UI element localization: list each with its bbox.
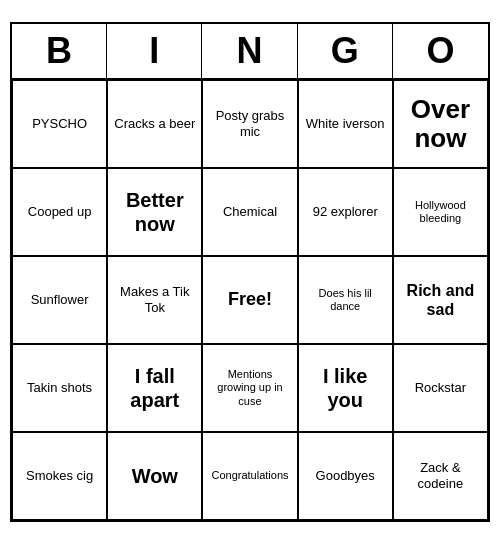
letter-b: B <box>12 24 107 78</box>
bingo-cell: Sunflower <box>12 256 107 344</box>
bingo-cell: 92 explorer <box>298 168 393 256</box>
bingo-cell: Free! <box>202 256 297 344</box>
letter-i: I <box>107 24 202 78</box>
letter-g: G <box>298 24 393 78</box>
bingo-cell: Rockstar <box>393 344 488 432</box>
bingo-card: B I N G O PYSCHOCracks a beerPosty grabs… <box>10 22 490 522</box>
bingo-cell: Chemical <box>202 168 297 256</box>
bingo-cell: I fall apart <box>107 344 202 432</box>
bingo-cell: Better now <box>107 168 202 256</box>
bingo-cell: Rich and sad <box>393 256 488 344</box>
bingo-cell: Zack & codeine <box>393 432 488 520</box>
bingo-cell: Cooped up <box>12 168 107 256</box>
letter-n: N <box>202 24 297 78</box>
bingo-cell: PYSCHO <box>12 80 107 168</box>
bingo-cell: Makes a Tik Tok <box>107 256 202 344</box>
bingo-cell: Wow <box>107 432 202 520</box>
bingo-grid: PYSCHOCracks a beerPosty grabs micWhite … <box>12 80 488 520</box>
bingo-cell: Does his lil dance <box>298 256 393 344</box>
bingo-cell: Hollywood bleeding <box>393 168 488 256</box>
bingo-header: B I N G O <box>12 24 488 80</box>
bingo-cell: Mentions growing up in cuse <box>202 344 297 432</box>
bingo-cell: Over now <box>393 80 488 168</box>
bingo-cell: Smokes cig <box>12 432 107 520</box>
letter-o: O <box>393 24 488 78</box>
bingo-cell: Cracks a beer <box>107 80 202 168</box>
bingo-cell: Posty grabs mic <box>202 80 297 168</box>
bingo-cell: White iverson <box>298 80 393 168</box>
bingo-cell: Goodbyes <box>298 432 393 520</box>
bingo-cell: Congratulations <box>202 432 297 520</box>
bingo-cell: Takin shots <box>12 344 107 432</box>
bingo-cell: I like you <box>298 344 393 432</box>
